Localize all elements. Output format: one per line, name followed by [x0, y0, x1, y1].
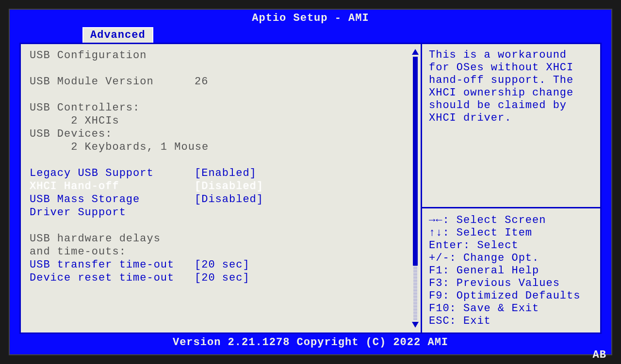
key-save: F10: Save & Exit	[429, 302, 593, 315]
setting-label: USB transfer time-out	[30, 258, 195, 271]
setting-value: [Enabled]	[195, 167, 257, 180]
key-select-screen: →←: Select Screen	[429, 214, 593, 227]
devices-label: USB Devices:	[30, 127, 412, 141]
setting-reset-timeout[interactable]: Device reset time-out [20 sec]	[30, 271, 412, 285]
key-change: +/-: Change Opt.	[429, 252, 593, 265]
setting-xhci-handoff[interactable]: XHCI Hand-off [Disabled]	[30, 180, 412, 193]
help-divider	[422, 207, 600, 208]
setting-label: Legacy USB Support	[30, 167, 195, 180]
scroll-up-icon[interactable]	[412, 49, 419, 55]
tab-advanced[interactable]: Advanced	[82, 27, 153, 43]
devices-value: 2 Keyboards, 1 Mouse	[30, 141, 412, 154]
delays-header2: and time-outs:	[30, 245, 412, 258]
key-help: F1: General Help	[429, 265, 593, 277]
tab-strip: Advanced	[10, 27, 611, 43]
help-text: This is a workaround for OSes without XH…	[429, 49, 593, 125]
setting-label: Device reset time-out	[30, 271, 195, 285]
settings-pane[interactable]: USB Configuration USB Module Version 26 …	[21, 44, 421, 332]
title-bar: Aptio Setup - AMI	[10, 10, 611, 27]
scrollbar[interactable]	[412, 49, 419, 328]
setting-label: USB Mass Storage	[30, 193, 195, 206]
setting-legacy-usb[interactable]: Legacy USB Support [Enabled]	[30, 167, 412, 180]
setting-driver-support[interactable]: Driver Support	[30, 206, 412, 219]
info-value: 26	[195, 75, 208, 88]
footer-text: Version 2.21.1278 Copyright (C) 2022 AMI	[173, 336, 448, 348]
setting-transfer-timeout[interactable]: USB transfer time-out [20 sec]	[30, 258, 412, 271]
setting-value: [Disabled]	[195, 180, 263, 193]
info-row: USB Module Version 26	[30, 75, 412, 88]
setup-title: Aptio Setup - AMI	[252, 12, 369, 24]
delays-header1: USB hardware delays	[30, 232, 412, 245]
scroll-thumb[interactable]	[413, 57, 418, 266]
controllers-value: 2 XHCIs	[30, 114, 412, 127]
setting-value: [20 sec]	[195, 258, 250, 271]
setting-mass-storage[interactable]: USB Mass Storage [Disabled]	[30, 193, 412, 206]
key-previous: F3: Previous Values	[429, 277, 593, 290]
setting-value: [20 sec]	[195, 271, 250, 285]
tab-advanced-label: Advanced	[90, 29, 146, 41]
section-title: USB Configuration	[30, 49, 412, 62]
controllers-label: USB Controllers:	[30, 101, 412, 114]
setting-value: [Disabled]	[195, 193, 263, 206]
bios-screen: Aptio Setup - AMI Advanced USB Configura…	[9, 9, 612, 355]
corner-badge: AB	[593, 349, 606, 361]
scroll-down-icon[interactable]	[412, 322, 419, 328]
content-area: USB Configuration USB Module Version 26 …	[19, 43, 602, 334]
setting-label: XHCI Hand-off	[30, 180, 195, 193]
info-label: USB Module Version	[30, 75, 195, 88]
key-exit: ESC: Exit	[429, 315, 593, 328]
key-select-item: ↑↓: Select Item	[429, 227, 593, 239]
key-enter: Enter: Select	[429, 239, 593, 252]
key-defaults: F9: Optimized Defaults	[429, 290, 593, 302]
help-pane: This is a workaround for OSes without XH…	[421, 44, 600, 332]
footer: Version 2.21.1278 Copyright (C) 2022 AMI	[10, 335, 611, 354]
setting-label: Driver Support	[30, 206, 195, 219]
